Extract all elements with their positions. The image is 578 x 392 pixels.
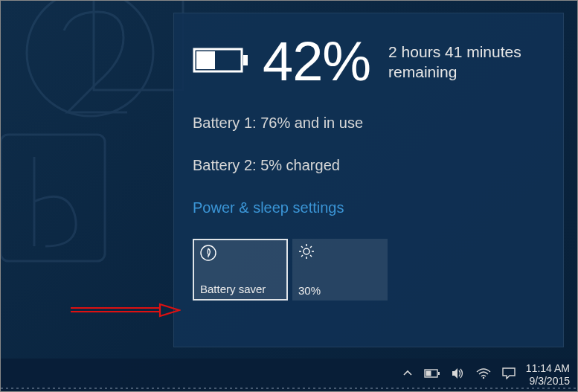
leaf-icon (200, 245, 216, 264)
svg-point-0 (27, 0, 153, 116)
taskbar-clock[interactable]: 11:14 AM 9/3/2015 (526, 362, 570, 388)
battery-flyout: 42% 2 hours 41 minutes remaining Battery… (173, 13, 564, 347)
battery-icon (193, 46, 249, 77)
svg-line-13 (310, 255, 312, 257)
svg-line-12 (301, 246, 303, 248)
power-sleep-settings-link[interactable]: Power & sleep settings (193, 199, 344, 216)
svg-rect-5 (196, 51, 215, 69)
wifi-icon[interactable] (476, 368, 491, 382)
battery-saver-tile[interactable]: Battery saver (193, 239, 288, 301)
screenshot-cut-line (1, 388, 577, 389)
battery-2-status: Battery 2: 5% charged (193, 157, 545, 174)
svg-line-15 (301, 255, 303, 257)
brightness-label: 30% (298, 284, 321, 297)
battery-remaining: 2 hours 41 minutes remaining (388, 42, 545, 83)
svg-point-6 (201, 245, 216, 260)
taskbar-time: 11:14 AM (526, 362, 570, 376)
tray-battery-icon[interactable] (424, 368, 440, 382)
brightness-tile[interactable]: 30% (292, 239, 388, 301)
svg-rect-4 (243, 55, 248, 65)
svg-line-14 (310, 246, 312, 248)
battery-summary-row: 42% 2 hours 41 minutes remaining (193, 34, 545, 89)
system-tray (402, 367, 516, 382)
volume-icon[interactable] (452, 367, 465, 382)
quick-action-tiles: Battery saver 30% (193, 239, 545, 301)
svg-point-22 (483, 376, 484, 378)
svg-rect-1 (1, 135, 105, 261)
battery-percent: 42% (263, 34, 370, 89)
brightness-icon (298, 243, 315, 263)
chevron-up-icon[interactable] (402, 368, 413, 382)
svg-rect-21 (426, 371, 431, 376)
battery-saver-label: Battery saver (200, 283, 266, 295)
svg-rect-20 (438, 372, 440, 375)
taskbar-date: 9/3/2015 (526, 375, 570, 388)
action-center-icon[interactable] (502, 367, 516, 382)
battery-1-status: Battery 1: 76% and in use (193, 115, 545, 132)
svg-point-7 (304, 248, 309, 254)
taskbar: 11:14 AM 9/3/2015 (1, 359, 577, 391)
